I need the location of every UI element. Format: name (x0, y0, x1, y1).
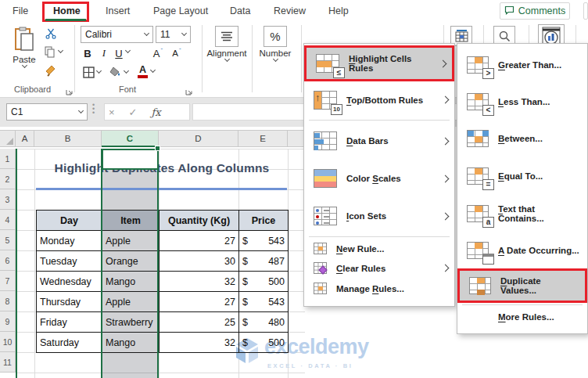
tab-data[interactable]: Data (227, 0, 253, 22)
clipboard-dialog-launcher[interactable] (66, 85, 74, 99)
borders-button[interactable] (81, 65, 102, 79)
menu-item-icon-sets[interactable]: Icon Sets (304, 197, 454, 235)
table-header-item[interactable]: Item (102, 211, 160, 231)
row-header-3[interactable]: 3 (0, 189, 16, 210)
cell-day[interactable]: Tuesday (37, 251, 102, 272)
fill-color-button[interactable] (108, 65, 130, 79)
bold-button[interactable]: B (81, 46, 94, 60)
cell-price[interactable]: $487 (239, 251, 289, 272)
tab-file[interactable]: File (9, 0, 31, 22)
row-header-8[interactable]: 8 (0, 291, 16, 311)
submenu-item-duplicate-values[interactable]: Duplicate Values... (457, 268, 587, 303)
cell-item[interactable]: Strawberry (102, 312, 160, 333)
underline-button[interactable]: U (113, 46, 124, 60)
cell-item[interactable]: Apple (102, 231, 160, 251)
cell-item[interactable]: Apple (102, 292, 160, 312)
menu-item-data-bars[interactable]: Data Bars (304, 122, 454, 160)
menu-item-clear-rules[interactable]: Clear Rules (304, 258, 454, 278)
row-header-11[interactable]: 11 (0, 352, 16, 373)
column-header-f-partial[interactable] (288, 130, 305, 147)
row-header-4[interactable]: 4 (0, 210, 16, 230)
row-header-9[interactable]: 9 (0, 311, 16, 332)
font-color-button[interactable]: A (134, 63, 158, 79)
copy-dropdown-chevron[interactable] (57, 48, 63, 53)
insert-function-icon[interactable]: ƒx (152, 106, 161, 118)
increase-font-size-button[interactable]: Aˆ (150, 46, 166, 60)
row-header-5[interactable]: 5 (0, 230, 16, 250)
number-group-button[interactable]: % Number (258, 26, 292, 61)
row-header-10[interactable]: 10 (0, 332, 16, 352)
name-box-splitter[interactable]: ••• (92, 103, 95, 115)
paste-button[interactable]: Paste (8, 27, 41, 67)
decrease-font-size-button[interactable]: Aˇ (169, 46, 185, 60)
font-dialog-launcher[interactable] (185, 85, 193, 99)
cell-day[interactable]: Saturday (37, 333, 102, 353)
paste-dropdown-chevron[interactable] (21, 63, 27, 68)
cell-day[interactable]: Monday (37, 231, 102, 251)
column-header-b[interactable]: B (34, 130, 102, 147)
column-header-c-selected[interactable]: C (102, 130, 159, 147)
share-button-partial[interactable] (583, 2, 588, 20)
cell-price[interactable]: $500 (239, 272, 289, 292)
cell-price[interactable]: $543 (239, 231, 289, 251)
column-header-e[interactable]: E (238, 130, 288, 147)
underline-dropdown-chevron[interactable] (126, 51, 130, 52)
cell-day[interactable]: Friday (37, 312, 102, 333)
submenu-item-text-that-contains[interactable]: a Text that Contains... (457, 195, 587, 232)
menu-item-manage-rules[interactable]: Manage Rules... (304, 278, 454, 299)
select-all-corner[interactable] (0, 130, 16, 147)
submenu-item-greater-than[interactable]: > Greater Than... (457, 47, 587, 83)
font-size-select[interactable]: 11 (156, 26, 191, 43)
column-header-a[interactable]: A (16, 130, 34, 147)
format-painter-button[interactable] (44, 63, 58, 77)
cell-qty[interactable]: 32 (160, 333, 239, 353)
submenu-item-a-date-occurring[interactable]: A Date Occurring... (457, 232, 587, 268)
cell-day[interactable]: Wednesday (37, 272, 102, 292)
table-header-quantity[interactable]: Quantity (Kg) (160, 211, 239, 231)
cancel-icon[interactable]: × (109, 106, 115, 118)
tab-page-layout[interactable]: Page Layout (150, 0, 211, 22)
submenu-item-between[interactable]: Between... (457, 120, 587, 157)
active-cell-c1[interactable] (102, 149, 159, 170)
cell-price[interactable]: $480 (239, 312, 289, 333)
row-header-2[interactable]: 2 (0, 169, 16, 189)
cell-item[interactable]: Mango (102, 333, 160, 353)
tab-help[interactable]: Help (325, 0, 352, 22)
cell-price[interactable]: $500 (239, 333, 289, 353)
table-header-day[interactable]: Day (37, 211, 102, 231)
submenu-item-equal-to[interactable]: = Equal To... (457, 157, 587, 195)
table-header-price[interactable]: Price (239, 211, 289, 231)
italic-button[interactable]: I (99, 46, 109, 60)
copy-button[interactable] (42, 45, 64, 58)
menu-item-color-scales[interactable]: Color Scales (304, 160, 454, 197)
cell-qty[interactable]: 30 (160, 251, 239, 272)
cell-qty[interactable]: 32 (160, 272, 239, 292)
column-header-d[interactable]: D (159, 130, 238, 147)
comments-button[interactable]: Comments (500, 2, 570, 20)
menu-item-top-bottom-rules[interactable]: ↑ 10 Top/Bottom Rules (304, 81, 454, 118)
equal-to-icon: = (467, 167, 489, 185)
cell-qty[interactable]: 27 (160, 231, 239, 251)
tab-review[interactable]: Review (271, 0, 309, 22)
submenu-item-more-rules[interactable]: More Rules... (457, 307, 587, 327)
clear-rules-icon (314, 262, 327, 274)
menu-item-highlight-cells-rules[interactable]: ≤ Highlight Cells Rules (304, 45, 454, 81)
alignment-group-button[interactable]: Alignment (206, 26, 247, 61)
cell-item[interactable]: Orange (102, 251, 160, 272)
cell-item[interactable]: Mango (102, 272, 160, 292)
enter-icon[interactable]: ✓ (129, 106, 138, 118)
submenu-item-less-than[interactable]: < Less Than... (457, 83, 587, 120)
row-header-6[interactable]: 6 (0, 250, 16, 271)
cell-qty[interactable]: 27 (160, 292, 239, 312)
fill-handle[interactable] (155, 146, 160, 151)
menu-item-new-rule[interactable]: New Rule... (304, 239, 454, 258)
tab-insert[interactable]: Insert (102, 0, 133, 22)
cell-day[interactable]: Thursday (37, 292, 102, 312)
row-header-7[interactable]: 7 (0, 271, 16, 291)
cell-price[interactable]: $543 (239, 292, 289, 312)
name-box[interactable]: C1 (6, 103, 88, 121)
cell-qty[interactable]: 25 (160, 312, 239, 333)
cut-button[interactable] (44, 27, 58, 40)
row-header-1[interactable]: 1 (0, 149, 16, 169)
font-name-select[interactable]: Calibri (81, 26, 153, 43)
